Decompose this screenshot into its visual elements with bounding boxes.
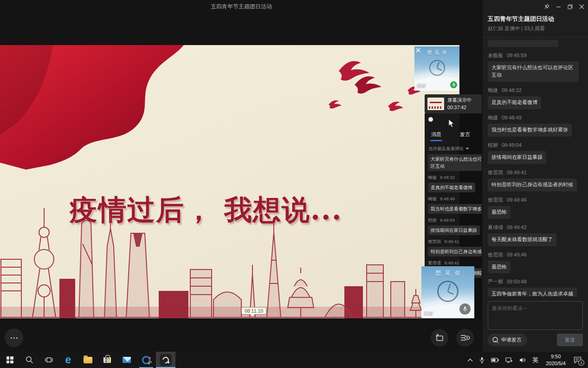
tray-battery-button[interactable] [488,352,502,368]
request-speak-button[interactable]: 申请发言 [488,334,527,346]
more-options-button[interactable] [5,329,23,347]
presentation-window: 五四青年节主题团日活动 [0,0,483,352]
chat-message: 曾思琪09:49:46 最恐怖 [488,197,584,219]
chat-message: 曾思琪09:49:46 最恐怖 [488,251,584,274]
birds-graphic [320,54,427,124]
tray-network-button[interactable] [502,352,516,368]
close-icon[interactable] [415,47,421,53]
network-icon [505,357,513,363]
taskbar-explorer-button[interactable] [78,352,97,368]
chat-message: 程娇09:49:04 疫情期间在家日益暴躁 [488,142,584,164]
city-skyline-graphic [0,200,459,318]
chat-message: 梅婕09:48:49 我当时也是看着数字增多就好紧张 [488,114,584,137]
panel-indicator-dot[interactable] [428,117,433,122]
chevron-down-icon [465,148,469,151]
search-icon [26,356,33,364]
clock-date: 2020/5/4 [546,360,566,367]
windows-taskbar: e [0,352,588,368]
speaker-name-label: 程娇 [424,310,433,316]
poster-clock-graphic [429,60,445,76]
chevron-up-icon [467,358,473,362]
panel-message-meta: 曾思琪9:49:41 [428,239,482,245]
panel-message-list[interactable]: 大家听完有什么想法也可以在评论区互动 梅婕9:48:32 是真的不能老看微博 梅… [428,154,482,278]
speaker-icon [519,357,526,363]
live-status-subtitle: 赵仁娟 直播中 | 33人观看 [488,25,545,32]
close-icon[interactable] [578,3,585,10]
tab-speak[interactable]: 发言 [460,131,470,138]
slide-mini-thumbnail [427,98,444,110]
chat-message-list[interactable]: 来薇薇09:45:59 大家听完有什么想法也可以在评论区互动 梅婕09:48:3… [488,40,584,296]
mail-icon [123,357,131,363]
taskbar-clock[interactable]: 9:50 2020/5/4 [542,353,570,367]
start-button[interactable] [0,352,19,368]
taskbar-store-button[interactable] [97,352,117,368]
meeting-app-icon [160,354,172,366]
minimize-icon[interactable] [555,3,562,10]
panel-message-bubble: 是真的不能老看微博 [428,183,475,192]
composer-actions: 申请发言 发送 [488,334,583,346]
tray-expand-button[interactable] [464,352,476,368]
notification-count-badge: 1 [578,360,584,366]
microphone-on-icon [450,81,457,88]
edge-icon: e [65,355,71,365]
window-controls [543,3,585,10]
poster-clock-graphic [437,281,459,302]
tray-microphone-button[interactable] [476,352,488,368]
allow-comments-dropdown[interactable]: 允许观众发表评论 [428,146,469,152]
switch-screen-button[interactable] [431,329,448,347]
panel-message-bubble: 大家听完有什么想法也可以在评论区互动 [428,154,482,171]
microphone-muted-icon [459,303,471,315]
mouse-cursor [448,119,454,128]
divider [483,37,588,38]
poster-title: 想见你 [414,49,459,56]
main-titlebar: 五四青年节主题团日活动 [0,0,483,13]
taskbar-mail-button[interactable] [117,352,136,368]
pin-icon[interactable] [543,3,550,10]
task-view-button[interactable] [39,352,58,368]
battery-icon [491,358,499,362]
send-button[interactable]: 发送 [557,334,583,346]
speaker-name-label: 程娇 [417,82,426,89]
screen-share-status: 屏幕演示中 [447,97,472,104]
taskbar-tencent-button[interactable] [136,352,156,368]
taskbar-active-app-button[interactable] [156,352,175,368]
panel-message-bubble: 我当时也是看着数字增多就好紧张 [428,204,482,214]
tab-messages[interactable]: 消息 [431,131,441,138]
chat-message: 来薇薇09:45:59 大家听完有什么想法也可以在评论区互动 [488,52,584,82]
tray-ime-button[interactable]: 英 [529,352,542,368]
chat-message: 夏倩倩09:49:42 每天醒来就看数据就清醒了 [488,224,584,246]
live-chat-sidebar: 五四青年节主题团日活动 赵仁娟 直播中 | 33人观看 来薇薇09:45:59 … [483,0,588,352]
screen-share-status-pill[interactable]: 屏幕演示中 00:37:42 [425,94,482,113]
file-explorer-icon [84,357,92,363]
action-center-button[interactable]: 1 [570,352,588,368]
red-flag-graphic [0,45,193,171]
windows-logo-icon [6,356,13,363]
chat-message: 曾思琪09:49:41 特别是听到自己身边有感染者的时候 [488,169,584,191]
poster-title: 想见你 [421,269,474,277]
panel-message-meta: 夏倩倩9:49:42 [428,260,482,266]
sidebar-title: 五四青年节主题团日活动 [488,15,554,23]
microphone-icon [479,357,485,363]
ime-indicator: 英 [532,356,538,364]
restore-icon[interactable] [566,3,574,10]
taskbar-search-button[interactable] [19,352,39,368]
main-window-title: 五四青年节主题团日活动 [211,3,272,11]
attendee-list-button[interactable] [456,329,474,347]
taskbar-edge-button[interactable]: e [58,352,78,368]
tencent-app-icon [142,356,150,364]
speaker-video-thumbnail[interactable]: 想见你 程娇 [421,266,474,318]
panel-message-meta: 梅婕9:48:49 [428,196,482,202]
slide-time-tooltip: 08:11.10 [241,307,266,315]
raise-hand-icon [492,336,499,343]
tray-volume-button[interactable] [516,352,529,368]
panel-message-bubble: 疫情期间在家日益暴躁 [428,225,480,235]
panel-tabs: 消息 发言 [431,131,470,138]
system-tray: 英 9:50 2020/5/4 1 [464,352,588,368]
self-video-thumbnail[interactable]: 想见你 程娇 [414,46,459,91]
clipped-message-bubble [488,40,558,47]
comment-input[interactable] [488,301,583,330]
screen-share-timer: 00:37:42 [447,104,472,111]
panel-message-meta: 梅婕9:48:32 [428,175,482,181]
task-view-icon [45,356,53,363]
shared-slide: 疫情过后， 我想说... [0,45,459,318]
